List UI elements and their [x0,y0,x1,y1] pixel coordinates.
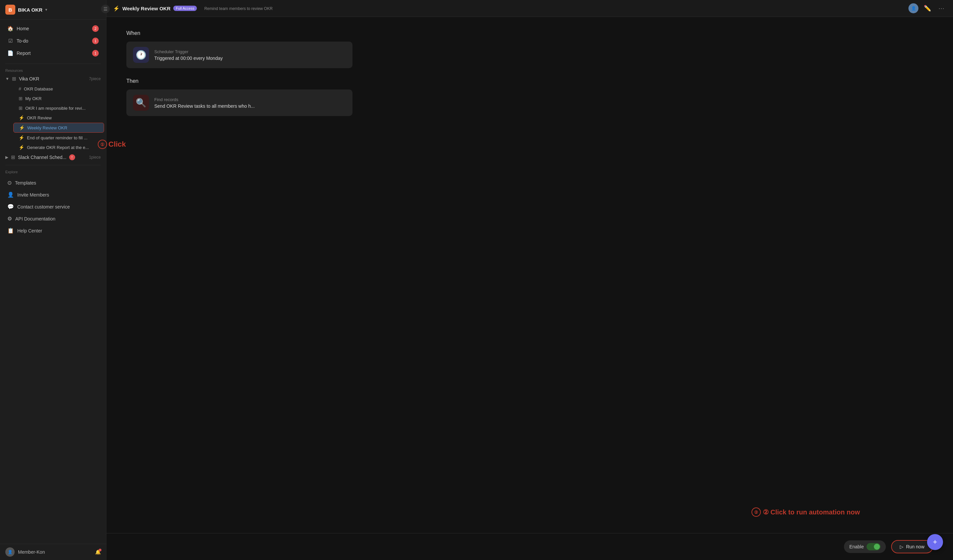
resources-label: Resources [0,65,106,74]
sidebar-item-report[interactable]: 📄 Report 1 [2,47,104,59]
sidebar-item-contact[interactable]: 💬 Contact customer service [2,201,104,213]
sidebar-item-help[interactable]: 📋 Help Center [2,225,104,236]
api-icon: ⚙ [7,216,12,222]
sidebar-item-templates[interactable]: ⊙ Templates [2,177,104,189]
okr-database-icon: # [19,86,21,92]
user-name: Member-Kon [18,549,45,555]
slack-count: 1piece [89,155,101,160]
slack-expand-icon: ▶ [5,155,8,160]
trigger-value: Triggered at 00:00 every Monday [154,56,223,61]
enable-toggle[interactable]: Enable [844,540,886,553]
help-icon: 📋 [7,228,14,234]
trigger-info: Scheduler Trigger Triggered at 00:00 eve… [154,49,223,61]
toggle-circle [874,544,880,550]
scheduler-icon-box: 🕐 [133,47,149,63]
sidebar: B BIKA OKR ▾ 🏠 Home 2 ☑ To-do 1 📄 Report… [0,0,106,560]
sidebar-item-end-quarter[interactable]: ⚡ End of quarter reminder to fill ... [13,133,104,142]
topbar-subtitle-area: Remind team members to review OKR [203,5,272,11]
automation-area: When 🕐 Scheduler Trigger Triggered at 00… [106,17,953,533]
explore-section: ⊙ Templates 👤 Invite Members 💬 Contact c… [0,175,106,238]
generate-report-icon: ⚡ [19,145,24,150]
page-title: Weekly Review OKR [123,6,171,11]
action-value: Send OKR Review tasks to all members who… [154,104,255,109]
then-section: Then 🔍 Find records Send OKR Review task… [126,78,933,116]
enable-label: Enable [849,544,864,549]
scheduler-icon: 🕐 [136,50,146,60]
topbar-title-area: ⚡ Weekly Review OKR Full Access [113,5,197,12]
home-icon: 🏠 [7,26,13,32]
todo-icon: ☑ [7,38,13,44]
okr-review-icon: ⚡ [19,115,24,120]
sidebar-item-okr-database[interactable]: # OKR Database [13,84,104,93]
sidebar-footer[interactable]: 👤 Member-Kon 🔔 [0,544,106,560]
find-records-icon-box: 🔍 [133,95,149,111]
toggle-knob[interactable] [866,543,880,550]
sidebar-item-todo[interactable]: ☑ To-do 1 [2,35,104,47]
topbar-subtitle: Remind team members to review OKR [204,6,272,11]
sidebar-item-generate-report[interactable]: ⚡ Generate OKR Report at the e... [13,143,104,152]
workspace-header[interactable]: B BIKA OKR ▾ [0,0,106,20]
explore-label: Explore [0,167,106,175]
action-card[interactable]: 🔍 Find records Send OKR Review tasks to … [126,90,352,116]
fab-button[interactable]: + [927,534,943,550]
workspace-name: BIKA OKR [18,7,43,12]
topbar-actions: 👤 ✏️ ⋯ [908,3,946,13]
vika-okr-children: # OKR Database ⊞ My OKR ⊞ OKR I am respo… [0,84,106,152]
bell-badge [99,549,101,551]
sidebar-item-api[interactable]: ⚙ API Documentation [2,213,104,225]
sidebar-item-okr-review[interactable]: ⚡ OKR Review [13,113,104,123]
topbar-user-avatar[interactable]: 👤 [908,3,919,13]
bottom-bar: ② ② Click to run automation now Enable ▷… [106,533,953,560]
access-badge: Full Access [173,6,197,11]
topbar-lightning-icon: ⚡ [113,5,120,12]
vika-okr-name: Vika OKR [19,76,39,81]
collapse-icon[interactable]: ☰ [101,5,110,13]
my-okr-icon: ⊞ [19,96,23,101]
find-records-icon: 🔍 [136,98,146,108]
templates-icon: ⊙ [7,180,12,186]
invite-icon: 👤 [7,192,14,198]
nav-section: 🏠 Home 2 ☑ To-do 1 📄 Report 1 [0,20,106,62]
contact-icon: 💬 [7,203,14,210]
run-now-label: Run now [906,544,924,549]
chevron-down-icon: ▾ [45,7,47,12]
more-options-icon[interactable]: ⋯ [936,3,946,13]
then-label: Then [126,78,933,84]
slack-channel-name: Slack Channel Sched... [18,155,67,160]
workspace-icon: B [5,5,15,15]
action-label: Find records [154,97,255,102]
edit-icon[interactable]: ✏️ [922,3,932,13]
user-avatar: 👤 [5,548,15,557]
vika-okr-grid-icon: ⊞ [12,76,16,82]
report-icon: 📄 [7,50,13,56]
slack-grid-icon: ⊞ [11,154,15,160]
trigger-card[interactable]: 🕐 Scheduler Trigger Triggered at 00:00 e… [126,42,352,68]
trigger-label: Scheduler Trigger [154,49,223,54]
okr-resp-icon: ⊞ [19,105,23,111]
fab-plus-icon: + [933,538,937,546]
weekly-review-icon: ⚡ [19,125,25,130]
end-quarter-icon: ⚡ [19,135,24,140]
todo-badge: 1 [92,37,99,44]
main-content: ⚡ Weekly Review OKR Full Access Remind t… [106,0,953,560]
when-label: When [126,30,933,36]
slack-channel-header[interactable]: ▶ ⊞ Slack Channel Sched... ! 1piece [0,152,106,162]
bell-area[interactable]: 🔔 [95,549,101,555]
run-now-icon: ▷ [900,544,903,549]
action-info: Find records Send OKR Review tasks to al… [154,97,255,109]
vika-okr-header[interactable]: ▼ ⊞ Vika OKR 7piece [0,74,106,84]
sidebar-item-home[interactable]: 🏠 Home 2 [2,23,104,34]
sidebar-item-okr-responsible[interactable]: ⊞ OKR I am responsible for revi... [13,104,104,113]
collapse-icon: ▼ [5,76,9,81]
topbar: ⚡ Weekly Review OKR Full Access Remind t… [106,0,953,17]
sidebar-item-weekly-review[interactable]: ⚡ Weekly Review OKR [13,123,104,133]
slack-badge: ! [69,154,75,160]
vika-okr-count: 7piece [89,76,101,81]
sidebar-item-my-okr[interactable]: ⊞ My OKR [13,94,104,103]
sidebar-item-invite[interactable]: 👤 Invite Members [2,189,104,200]
report-badge: 1 [92,50,99,57]
home-badge: 2 [92,25,99,32]
